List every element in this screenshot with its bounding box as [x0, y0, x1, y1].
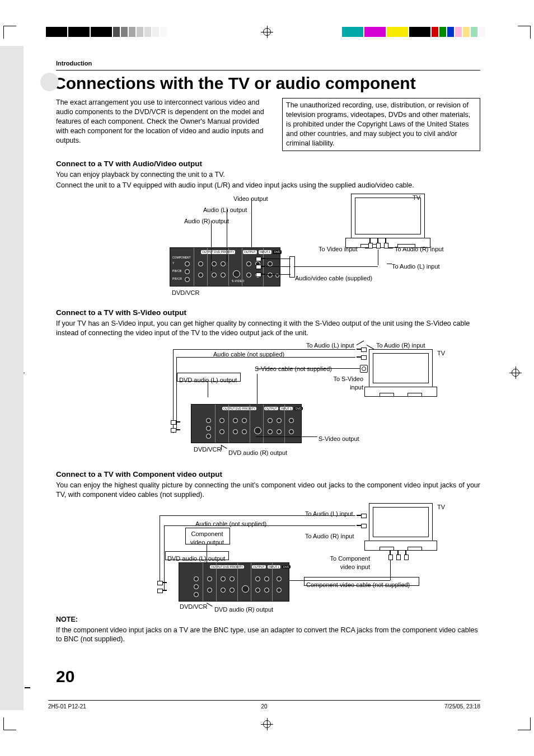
crop-mark	[518, 26, 531, 39]
crop-mark	[518, 717, 531, 730]
diagram-label: Audio (L) output	[203, 206, 247, 214]
panel-label: OUTPUT	[252, 565, 266, 569]
panel-label: DVD	[282, 565, 291, 569]
diagram-label: DVD/VCR	[194, 445, 222, 454]
panel-label: OUTPUT	[243, 250, 257, 254]
page-title-text: Connections with the TV or audio compone…	[54, 74, 416, 92]
diagram-label: DVD audio (R) output	[228, 449, 287, 457]
registration-mark-icon	[261, 26, 273, 38]
diagram-label: Audio cable (not supplied)	[195, 520, 266, 528]
rca-plug-icon	[157, 580, 167, 585]
panel-label: DVD	[294, 407, 303, 411]
panel-label: COMPONENT	[172, 256, 191, 260]
diagram-label: TV	[437, 503, 445, 511]
label-box	[185, 528, 230, 544]
body-text: You can enjoy the highest quality pictur…	[56, 481, 480, 500]
registration-mark-icon	[509, 367, 522, 379]
diagram-label: DVD/VCR	[180, 603, 208, 611]
rca-plug-icon	[357, 513, 367, 518]
rca-plug-icon	[157, 588, 167, 593]
registration-mark-icon	[261, 718, 273, 730]
rca-plug-icon	[171, 428, 181, 432]
label-box	[165, 551, 229, 560]
rca-plug-icon	[383, 238, 388, 248]
label-box	[304, 577, 419, 586]
diagram-label: DVD/VCR	[172, 289, 200, 297]
body-text: If your TV has an S-Video input, you can…	[56, 319, 480, 338]
page-title: Connections with the TV or audio compone…	[40, 74, 480, 94]
panel-label: S-VIDEO	[232, 279, 245, 283]
section-heading: Connect to a TV with Component video out…	[56, 469, 480, 480]
connection-diagram-av: Video output Audio (L) output Audio (R) …	[111, 194, 425, 300]
diagram-label: DVD audio (R) output	[214, 605, 273, 614]
rca-plug-icon	[368, 238, 372, 248]
diagram-label: Audio/video cable (supplied)	[295, 274, 372, 283]
rca-plug-icon	[256, 256, 266, 261]
diagram-label: To Audio (L) input	[305, 510, 353, 518]
diagram-label: To S-Video input	[331, 375, 363, 392]
body-text: You can enjoy playback by connecting the…	[56, 170, 480, 180]
tv-icon	[351, 194, 425, 248]
panel-label: OUTPUT DVD PRIORITY	[210, 565, 244, 569]
rca-plug-icon	[376, 238, 380, 248]
diagram-label: To Audio (R) input	[305, 532, 354, 541]
svideo-plug-icon	[360, 365, 368, 373]
crop-mark	[3, 26, 16, 39]
rca-plug-icon	[256, 264, 266, 269]
binding-gutter	[0, 46, 24, 710]
dvdvcr-back-panel: OUTPUT DVD PRIORITY OUTPUT INPUT 1 DVD	[191, 404, 302, 443]
footer-page: 20	[192, 703, 336, 711]
rca-plug-icon	[357, 347, 367, 351]
page-number: 20	[56, 665, 74, 688]
panel-label: OUTPUT	[264, 407, 278, 411]
diagram-label: S-Video output	[318, 435, 359, 443]
rca-plug-icon	[171, 420, 181, 424]
note-heading: NOTE:	[56, 615, 480, 624]
dvdvcr-back-panel: OUTPUT DVD PRIORITY OUTPUT INPUT 1 DVD	[179, 562, 289, 602]
tv-icon	[369, 503, 433, 551]
divider	[56, 70, 480, 71]
diagram-label: Audio (R) output	[184, 217, 229, 226]
section-heading: Connect to a TV with Audio/Video output	[56, 159, 480, 169]
panel-label: DVD	[273, 250, 282, 254]
rca-plug-icon	[388, 550, 392, 560]
diagram-label: To Component video input	[323, 555, 370, 571]
diagram-label: S-Video cable (not supplied)	[255, 365, 332, 373]
rca-plug-icon	[396, 550, 400, 560]
footer-date: 7/25/05, 23:18	[336, 703, 480, 711]
panel-label: Y	[172, 261, 175, 265]
body-text: Connect the unit to a TV equipped with a…	[56, 181, 480, 190]
section-heading: Connect to a TV with S-Video output	[56, 308, 480, 318]
panel-label: INPUT 1	[280, 407, 293, 411]
connection-diagram-svideo: To Audio (L) input To Audio (R) input Au…	[111, 341, 425, 462]
gutter-tick	[25, 687, 30, 688]
rca-plug-icon	[404, 550, 408, 560]
panel-label: OUTPUT DVD PRIORITY	[222, 407, 256, 411]
panel-label: PB/CB	[172, 269, 182, 273]
register-stripe	[46, 27, 168, 37]
tv-icon	[369, 349, 433, 397]
panel-label: OUTPUT DVD PRIORITY	[201, 250, 235, 254]
note-body: If the component video input jacks on a …	[56, 626, 480, 645]
diagram-label: Video output	[233, 195, 268, 203]
rca-plug-icon	[256, 272, 266, 276]
section-breadcrumb: Introduction	[56, 59, 480, 68]
connection-diagram-component: TV To Audio (L) input To Audio (R) input…	[95, 503, 442, 615]
panel-label: PR/CR	[172, 277, 182, 281]
crop-mark	[3, 717, 16, 730]
footer: 2H5-01 P12-21 20 7/25/05, 23:18	[48, 700, 480, 711]
panel-label: INPUT 1	[268, 565, 280, 569]
diagram-label: TV	[437, 349, 445, 358]
rca-plug-icon	[357, 523, 367, 528]
diagram-label: To Audio (R) input	[376, 341, 425, 350]
footer-doc-code: 2H5-01 P12-21	[48, 703, 192, 711]
label-box	[177, 373, 241, 382]
register-stripe	[342, 27, 486, 37]
diagram-label: To Audio (L) input	[392, 262, 440, 271]
copyright-warning-box: The unauthorized recording, use, distrib…	[282, 98, 480, 151]
rca-plug-icon	[357, 355, 367, 359]
diagram-label: To Audio (L) input	[306, 341, 354, 350]
panel-label: INPUT 1	[259, 250, 271, 254]
intro-paragraph: The exact arrangement you use to interco…	[56, 98, 272, 149]
